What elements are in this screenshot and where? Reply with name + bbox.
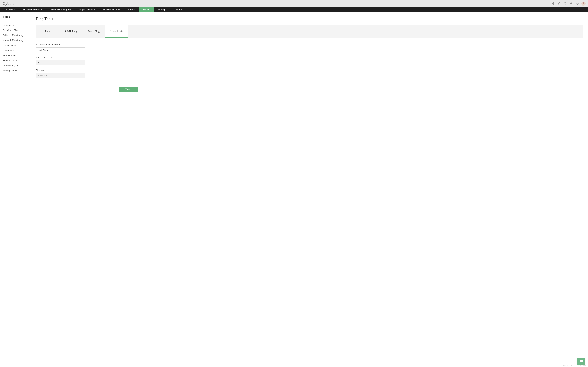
nav-ip-address-manager[interactable]: IP Address Manager: [19, 7, 47, 12]
nav-switch-port-mapper[interactable]: Switch Port Mapper: [47, 7, 75, 12]
maxhops-input[interactable]: [36, 60, 85, 65]
layout: Tools Ping Tools CLI Query Tool Address …: [0, 12, 588, 367]
tabs-filler: [129, 25, 583, 38]
chat-fab[interactable]: [577, 358, 585, 365]
sidebar-item-forward-syslog[interactable]: Forward Syslog: [3, 63, 28, 68]
sidebar-item-network-monitoring[interactable]: Network Monitoring: [3, 38, 28, 43]
trace-route-form: IP Address/Host Name Maximum Hops Timeou…: [36, 43, 138, 92]
ip-input[interactable]: [36, 47, 85, 52]
sidebar-item-mib-browser[interactable]: MIB Browser: [3, 53, 28, 58]
topbar-icons: [552, 1, 586, 6]
sidebar-item-cli-query-tool[interactable]: CLI Query Tool: [3, 28, 28, 33]
sidebar-item-address-monitoring[interactable]: Address Monitoring: [3, 33, 28, 38]
sidebar-title: Tools: [3, 15, 28, 19]
tab-snmp-ping[interactable]: SNMP Ping: [59, 25, 82, 38]
brand-name: OpUtils: [3, 1, 14, 6]
svg-point-1: [583, 2, 584, 4]
form-group-maxhops: Maximum Hops: [36, 56, 138, 65]
nav-dashboard[interactable]: Dashboard: [0, 7, 19, 12]
sidebar-item-cisco-tools[interactable]: Cisco Tools: [3, 48, 28, 53]
form-group-timeout: Timeout: [36, 69, 138, 78]
sidebar-item-ping-tools[interactable]: Ping Tools: [3, 23, 28, 28]
topbar: OpUtils: [0, 0, 588, 7]
nav-reports[interactable]: Reports: [170, 7, 186, 12]
ip-label: IP Address/Host Name: [36, 43, 138, 46]
bell-icon[interactable]: [570, 2, 573, 5]
tab-ping[interactable]: Ping: [36, 25, 59, 38]
nav-rogue-detection[interactable]: Rogue Detection: [75, 7, 99, 12]
sidebar: Tools Ping Tools CLI Query Tool Address …: [0, 12, 32, 367]
rocket-icon[interactable]: [552, 2, 555, 5]
nav-alarms[interactable]: Alarms: [124, 7, 139, 12]
form-actions: Trace: [36, 87, 138, 92]
headset-icon[interactable]: [558, 2, 561, 5]
main-content: Ping Tools Ping SNMP Ping Proxy Ping Tra…: [32, 12, 588, 367]
page-title: Ping Tools: [36, 17, 583, 21]
maxhops-label: Maximum Hops: [36, 56, 138, 59]
search-icon[interactable]: [563, 2, 567, 5]
tab-proxy-ping[interactable]: Proxy Ping: [82, 25, 105, 38]
timeout-input[interactable]: [36, 73, 85, 78]
tabs: Ping SNMP Ping Proxy Ping Trace Route: [36, 25, 583, 38]
sidebar-item-snmp-tools[interactable]: SNMP Tools: [3, 43, 28, 48]
gear-icon[interactable]: [575, 2, 579, 5]
form-divider: [36, 82, 138, 82]
nav-networking-tools[interactable]: Networking Tools: [99, 7, 124, 12]
trace-button[interactable]: Trace: [119, 87, 138, 92]
avatar[interactable]: [581, 1, 586, 6]
timeout-label: Timeout: [36, 69, 138, 71]
sidebar-item-syslog-viewer[interactable]: Syslog Viewer: [3, 68, 28, 73]
tab-trace-route[interactable]: Trace Route: [105, 25, 129, 38]
nav-settings[interactable]: Settings: [154, 7, 170, 12]
chat-icon: [579, 359, 583, 364]
form-group-ip: IP Address/Host Name: [36, 43, 138, 52]
nav-toolset[interactable]: Toolset: [139, 7, 154, 12]
main-nav: Dashboard IP Address Manager Switch Port…: [0, 7, 588, 12]
sidebar-item-forward-trap[interactable]: Forward Trap: [3, 58, 28, 63]
